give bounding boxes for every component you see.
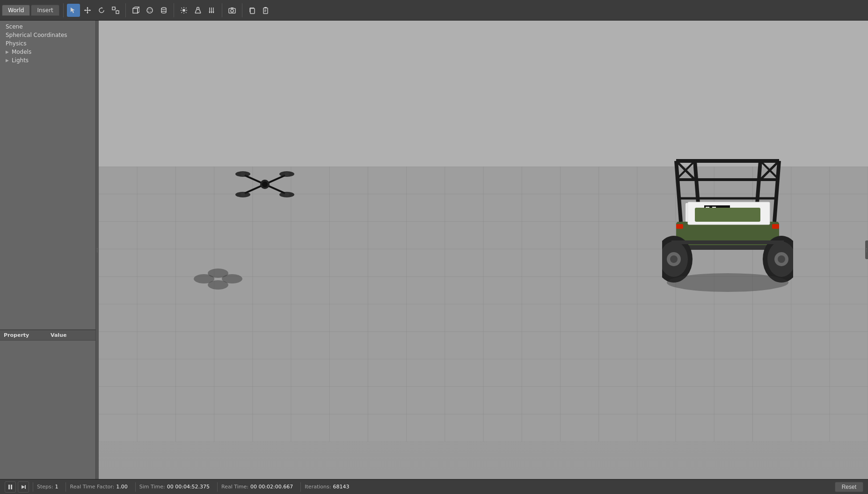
camera-icon xyxy=(228,7,236,14)
svg-point-91 xyxy=(262,182,268,187)
point-light-icon xyxy=(180,7,188,14)
pause-button[interactable] xyxy=(5,481,16,493)
tab-world[interactable]: World xyxy=(2,5,30,16)
viewport[interactable]: ⋮ xyxy=(99,21,868,479)
cylinder-icon xyxy=(160,7,168,14)
select-tool-button[interactable] xyxy=(67,4,80,17)
sidebar-item-scene[interactable]: Scene xyxy=(0,22,95,31)
rotate-tool-button[interactable] xyxy=(95,4,108,17)
svg-rect-43 xyxy=(250,8,255,14)
translate-icon xyxy=(84,7,91,14)
svg-marker-12 xyxy=(138,7,139,13)
pause-icon xyxy=(7,484,13,490)
simtime-label: Sim Time: xyxy=(139,484,165,490)
svg-line-29 xyxy=(181,12,182,13)
svg-point-20 xyxy=(161,11,166,13)
scene-3d: ⋮ xyxy=(99,21,868,479)
svg-point-16 xyxy=(147,9,153,11)
sidebar: Scene Spherical Coordinates Physics Mode… xyxy=(0,21,96,479)
svg-rect-143 xyxy=(25,485,26,489)
copy-button[interactable] xyxy=(246,4,259,17)
iterations-label: Iterations: xyxy=(305,484,331,490)
point-light-button[interactable] xyxy=(177,4,190,17)
toolbar-separator-4 xyxy=(222,3,222,17)
physics-label: Physics xyxy=(6,40,26,47)
svg-line-104 xyxy=(774,161,779,222)
svg-rect-42 xyxy=(231,7,233,8)
status-sep-4 xyxy=(217,482,218,492)
status-sep-3 xyxy=(135,482,136,492)
lights-label: Lights xyxy=(12,57,29,64)
drone-model xyxy=(234,166,295,203)
svg-rect-8 xyxy=(116,11,119,14)
scale-icon xyxy=(112,7,119,14)
svg-rect-11 xyxy=(133,8,138,13)
svg-point-137 xyxy=(670,255,678,263)
sidebar-item-models[interactable]: Models xyxy=(0,48,95,56)
sidebar-item-physics[interactable]: Physics xyxy=(0,39,95,48)
svg-point-133 xyxy=(778,255,785,263)
svg-line-101 xyxy=(676,161,681,222)
directional-light-icon xyxy=(208,7,216,14)
toolbar-separator-3 xyxy=(174,3,174,17)
svg-line-32 xyxy=(199,9,201,13)
tab-insert[interactable]: Insert xyxy=(31,5,59,16)
svg-point-41 xyxy=(231,9,233,12)
utv-model xyxy=(662,133,793,292)
spot-light-icon xyxy=(194,7,202,14)
models-label: Models xyxy=(12,49,31,55)
svg-marker-2 xyxy=(87,7,88,8)
status-sep-1 xyxy=(33,482,33,492)
spot-light-button[interactable] xyxy=(191,4,204,17)
step-button[interactable] xyxy=(18,481,29,493)
sidebar-item-lights[interactable]: Lights xyxy=(0,56,95,65)
svg-point-21 xyxy=(182,9,185,12)
properties-panel: Property Value xyxy=(0,329,95,479)
svg-point-98 xyxy=(241,192,245,197)
scale-tool-button[interactable] xyxy=(109,4,122,17)
value-column-header: Value xyxy=(47,331,70,339)
svg-point-15 xyxy=(147,7,153,13)
property-column-header: Property xyxy=(0,331,47,339)
sphere-button[interactable] xyxy=(143,4,156,17)
screenshot-button[interactable] xyxy=(226,4,239,17)
svg-marker-5 xyxy=(89,9,91,11)
world-tree: Scene Spherical Coordinates Physics Mode… xyxy=(0,21,95,329)
paste-button[interactable] xyxy=(260,4,273,17)
svg-rect-138 xyxy=(671,240,784,244)
svg-marker-38 xyxy=(211,12,212,13)
cylinder-button[interactable] xyxy=(157,4,170,17)
svg-rect-127 xyxy=(772,224,779,229)
svg-point-17 xyxy=(161,7,166,9)
toolbar: World Insert xyxy=(0,0,868,21)
translate-tool-button[interactable] xyxy=(81,4,94,17)
svg-point-85 xyxy=(208,280,228,290)
sphere-icon xyxy=(146,7,153,14)
reset-button[interactable]: Reset xyxy=(835,482,863,492)
svg-rect-126 xyxy=(676,224,683,229)
drone-shadow-svg xyxy=(190,269,246,290)
utv-svg xyxy=(662,133,793,292)
rotate-icon xyxy=(98,7,105,14)
select-icon xyxy=(70,7,77,14)
rtf-value: 1.00 xyxy=(116,484,128,490)
paste-icon xyxy=(263,7,270,14)
svg-point-139 xyxy=(667,273,788,292)
svg-point-97 xyxy=(284,172,289,176)
toolbar-separator-5 xyxy=(242,3,242,17)
box-icon xyxy=(132,7,139,14)
svg-line-26 xyxy=(181,7,182,8)
svg-point-99 xyxy=(284,192,289,197)
directional-light-button[interactable] xyxy=(205,4,219,17)
viewport-right-handle[interactable]: ⋮ xyxy=(865,240,868,259)
svg-rect-7 xyxy=(112,7,115,10)
svg-line-28 xyxy=(186,7,187,8)
sidebar-item-spherical[interactable]: Spherical Coordinates xyxy=(0,31,95,39)
realtime-value: 00 00:02:00.667 xyxy=(250,484,293,490)
box-button[interactable] xyxy=(129,4,142,17)
steps-value: 1 xyxy=(55,484,58,490)
svg-point-96 xyxy=(241,172,245,176)
svg-line-27 xyxy=(186,12,187,13)
svg-rect-129 xyxy=(695,208,760,222)
svg-marker-3 xyxy=(87,12,88,14)
